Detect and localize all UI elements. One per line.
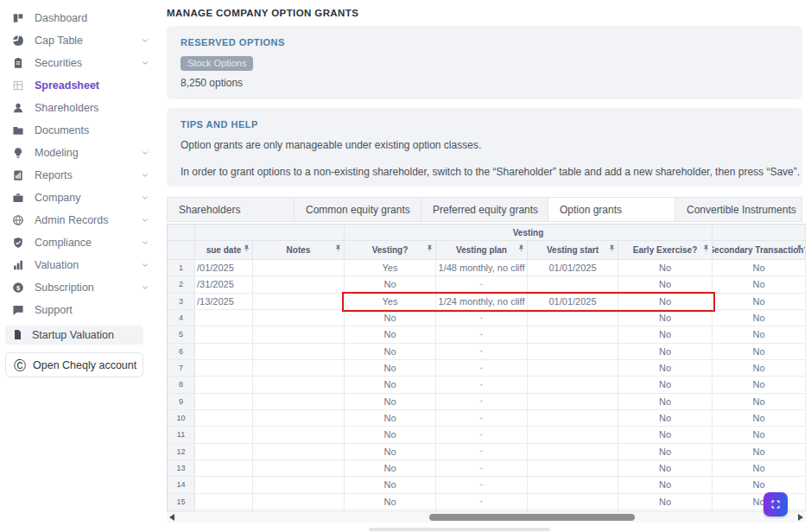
cell[interactable]: No <box>345 276 436 293</box>
pin-icon[interactable] <box>517 244 525 252</box>
column-header-secondary-transaction[interactable]: Secondary Transaction? <box>713 241 806 260</box>
cell[interactable] <box>528 377 618 393</box>
cell[interactable]: No <box>618 276 713 293</box>
cell[interactable]: No <box>618 427 713 443</box>
cell[interactable]: No <box>713 427 806 443</box>
scroll-left-arrow-icon[interactable] <box>169 514 174 521</box>
sidebar-item-documents[interactable]: Documents <box>0 119 167 142</box>
cell[interactable]: 1/24 monthly, no cliff <box>436 294 528 310</box>
cell[interactable]: No <box>345 410 436 427</box>
cell[interactable]: No <box>345 494 436 510</box>
cell[interactable]: /01/2025 <box>195 260 253 276</box>
cell[interactable] <box>528 427 618 443</box>
cell[interactable]: No <box>618 344 713 360</box>
cell[interactable] <box>436 344 528 360</box>
cell[interactable]: No <box>345 477 436 493</box>
cell[interactable] <box>436 310 528 326</box>
cell[interactable] <box>528 494 618 510</box>
tab-option-grants[interactable]: Option grants <box>548 197 675 222</box>
cell[interactable]: No <box>345 427 436 443</box>
cell[interactable] <box>436 444 528 460</box>
cell[interactable]: No <box>618 494 713 510</box>
cell[interactable]: 1/48 monthly, no cliff <box>436 260 528 276</box>
cell[interactable] <box>253 410 345 427</box>
cell[interactable] <box>195 377 253 393</box>
cell[interactable]: No <box>345 377 436 393</box>
scroll-right-arrow-icon[interactable] <box>798 514 803 521</box>
open-cheqly-account-button[interactable]: Ⓒ Open Cheqly account <box>5 352 143 377</box>
cell[interactable] <box>253 494 345 510</box>
cell[interactable] <box>436 276 528 293</box>
cell[interactable]: No <box>713 410 806 427</box>
cell[interactable] <box>436 494 528 510</box>
cell[interactable]: No <box>618 410 713 427</box>
sidebar-item-reports[interactable]: Reports <box>0 164 167 187</box>
pin-icon[interactable] <box>795 244 803 252</box>
cell[interactable] <box>195 344 253 360</box>
cell[interactable] <box>528 326 618 343</box>
tab-convertible-instruments[interactable]: Convertible Instruments <box>675 197 802 222</box>
cell[interactable] <box>253 444 345 460</box>
sidebar-item-shareholders[interactable]: Shareholders <box>0 97 167 119</box>
cell[interactable] <box>436 394 528 410</box>
cell[interactable]: No <box>345 444 436 460</box>
cell[interactable]: No <box>713 344 806 360</box>
cell[interactable] <box>436 377 528 393</box>
column-header-vesting-plan[interactable]: Vesting plan <box>436 241 528 260</box>
cell[interactable]: No <box>713 377 806 393</box>
horizontal-scrollbar[interactable] <box>167 511 806 522</box>
cell[interactable]: No <box>618 310 713 326</box>
cell[interactable]: No <box>618 326 713 343</box>
cell[interactable]: No <box>713 360 806 377</box>
cell[interactable] <box>253 360 345 377</box>
scrollbar-thumb[interactable] <box>429 514 635 521</box>
cell[interactable]: No <box>713 276 806 293</box>
cell[interactable] <box>528 310 618 326</box>
cell[interactable] <box>436 427 528 443</box>
cell[interactable]: No <box>713 294 806 310</box>
cell[interactable] <box>195 360 253 377</box>
cell[interactable] <box>436 360 528 377</box>
cell[interactable]: No <box>345 344 436 360</box>
cell[interactable] <box>195 410 253 427</box>
cell[interactable]: No <box>618 394 713 410</box>
cell[interactable] <box>436 326 528 343</box>
cell[interactable]: No <box>345 394 436 410</box>
cell[interactable] <box>528 477 618 493</box>
cell[interactable] <box>528 460 618 477</box>
cell[interactable] <box>253 377 345 393</box>
pin-icon[interactable] <box>243 244 250 252</box>
cell[interactable]: No <box>618 477 713 493</box>
sidebar-item-spreadsheet[interactable]: Spreadsheet <box>0 74 167 97</box>
cell[interactable] <box>253 276 345 293</box>
cell[interactable]: No <box>713 477 806 493</box>
column-header-notes[interactable]: Notes <box>253 241 345 260</box>
column-header-vesting-start[interactable]: Vesting start <box>528 241 618 260</box>
sidebar-item-dashboard[interactable]: Dashboard <box>0 7 167 29</box>
sidebar-item-securities[interactable]: Securities <box>0 52 167 74</box>
expand-fullscreen-button[interactable] <box>763 492 788 516</box>
cell[interactable]: No <box>713 394 806 410</box>
cell[interactable] <box>253 260 345 276</box>
cell[interactable] <box>528 276 618 293</box>
sidebar-item-startup-valuation[interactable]: Startup Valuation <box>5 326 143 345</box>
sidebar-item-company[interactable]: Company <box>0 187 167 209</box>
pin-icon[interactable] <box>608 244 616 252</box>
cell[interactable]: 01/01/2025 <box>528 260 618 276</box>
sidebar-item-subscription[interactable]: Subscription <box>0 276 167 299</box>
cell[interactable]: No <box>713 326 806 343</box>
cell[interactable]: No <box>713 494 806 510</box>
cell[interactable]: No <box>713 310 806 326</box>
sidebar-item-valuation[interactable]: Valuation <box>0 254 167 276</box>
cell[interactable]: No <box>618 444 713 460</box>
sidebar-item-support[interactable]: Support <box>0 299 167 321</box>
cell[interactable] <box>195 477 253 493</box>
cell[interactable]: No <box>618 294 713 310</box>
cell[interactable]: /13/2025 <box>195 294 253 310</box>
cell[interactable]: No <box>713 460 806 477</box>
cell[interactable]: Yes <box>345 294 436 310</box>
tab-common-equity-grants[interactable]: Common equity grants <box>295 197 421 222</box>
pin-icon[interactable] <box>426 244 434 252</box>
cell[interactable] <box>436 460 528 477</box>
column-header-early-exercise[interactable]: Early Exercise? <box>618 241 713 260</box>
